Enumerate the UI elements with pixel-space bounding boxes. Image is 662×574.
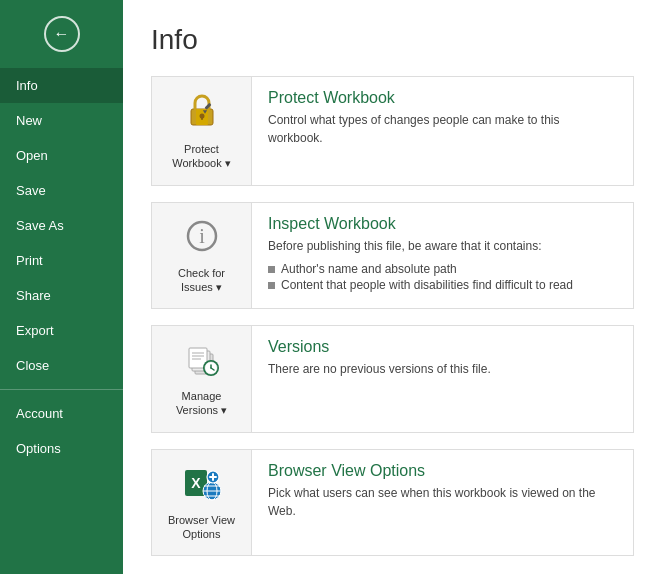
browser-view-button[interactable]: X Browser ViewOptions (152, 450, 252, 556)
protect-workbook-content: Protect Workbook Control what types of c… (252, 77, 633, 159)
sidebar-item-open[interactable]: Open (0, 138, 123, 173)
browser-view-icon-label: Browser ViewOptions (168, 513, 235, 542)
inspect-workbook-title: Inspect Workbook (268, 215, 617, 233)
sidebar-item-save[interactable]: Save (0, 173, 123, 208)
check-issues-content: Inspect Workbook Before publishing this … (252, 203, 633, 305)
sidebar-divider (0, 389, 123, 390)
sidebar-item-save-as[interactable]: Save As (0, 208, 123, 243)
sidebar-item-options[interactable]: Options (0, 431, 123, 466)
check-issues-button[interactable]: i Check forIssues ▾ (152, 203, 252, 309)
svg-rect-3 (201, 116, 203, 120)
versions-title: Versions (268, 338, 617, 356)
browser-view-title: Browser View Options (268, 462, 617, 480)
manage-versions-icon-label: ManageVersions ▾ (176, 389, 227, 418)
browser-view-section: X Browser ViewOptions Browser View Optio… (151, 449, 634, 557)
sidebar-item-account[interactable]: Account (0, 396, 123, 431)
back-button[interactable]: ← (0, 0, 123, 68)
check-issues-icon: i (183, 217, 221, 262)
versions-desc: There are no previous versions of this f… (268, 360, 617, 378)
protect-workbook-icon-label: ProtectWorkbook ▾ (172, 142, 230, 171)
main-content: Info ProtectWorkbook ▾ Protect Workbook (123, 0, 662, 574)
browser-view-icon: X (181, 464, 223, 509)
protect-workbook-button[interactable]: ProtectWorkbook ▾ (152, 77, 252, 185)
manage-versions-button[interactable]: ManageVersions ▾ (152, 326, 252, 432)
back-arrow-icon: ← (44, 16, 80, 52)
sidebar-item-export[interactable]: Export (0, 313, 123, 348)
lock-icon (183, 91, 221, 138)
manage-versions-content: Versions There are no previous versions … (252, 326, 633, 390)
svg-text:i: i (199, 225, 205, 247)
sidebar-nav: Info New Open Save Save As Print Share E… (0, 68, 123, 574)
list-item-1: Author's name and absolute path (268, 261, 617, 277)
sidebar-item-share[interactable]: Share (0, 278, 123, 313)
bullet-icon-1 (268, 266, 275, 273)
versions-icon (181, 340, 223, 385)
check-issues-icon-label: Check forIssues ▾ (178, 266, 225, 295)
bullet-icon-2 (268, 282, 275, 289)
inspect-workbook-desc: Before publishing this file, be aware th… (268, 237, 617, 255)
inspect-workbook-list: Author's name and absolute path Content … (268, 261, 617, 293)
protect-workbook-desc: Control what types of changes people can… (268, 111, 617, 147)
sidebar-item-print[interactable]: Print (0, 243, 123, 278)
manage-versions-section: ManageVersions ▾ Versions There are no p… (151, 325, 634, 433)
list-item-2: Content that people with disabilities fi… (268, 277, 617, 293)
svg-text:X: X (191, 475, 201, 491)
protect-workbook-section: ProtectWorkbook ▾ Protect Workbook Contr… (151, 76, 634, 186)
page-title: Info (151, 24, 634, 56)
sidebar: ← Info New Open Save Save As Print Share… (0, 0, 123, 574)
protect-workbook-title: Protect Workbook (268, 89, 617, 107)
sidebar-item-info[interactable]: Info (0, 68, 123, 103)
browser-view-content: Browser View Options Pick what users can… (252, 450, 633, 532)
sidebar-item-new[interactable]: New (0, 103, 123, 138)
browser-view-desc: Pick what users can see when this workbo… (268, 484, 617, 520)
sidebar-item-close[interactable]: Close (0, 348, 123, 383)
check-issues-section: i Check forIssues ▾ Inspect Workbook Bef… (151, 202, 634, 310)
